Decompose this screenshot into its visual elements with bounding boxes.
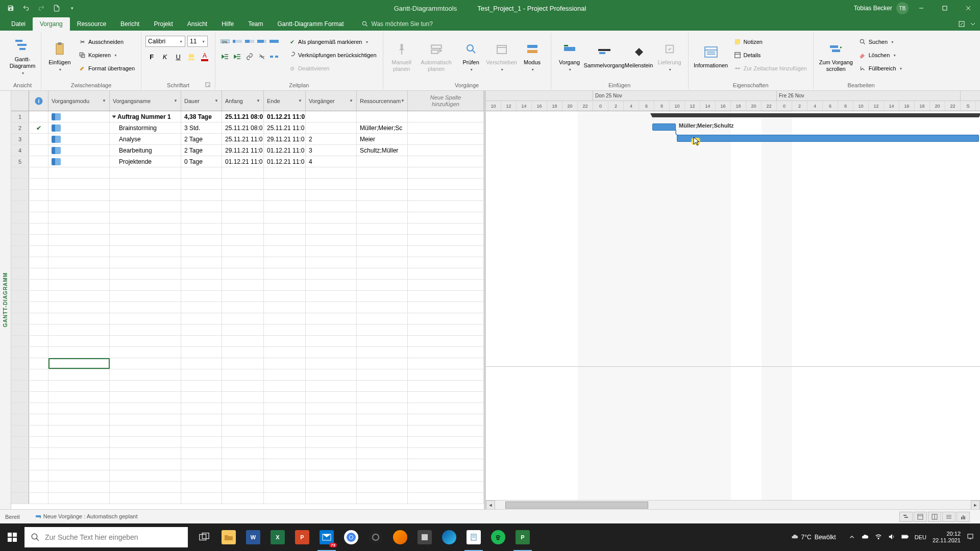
cell-resources[interactable] — [357, 280, 408, 290]
cell-new[interactable] — [408, 392, 484, 403]
fill-button[interactable]: Füllbereich▼ — [856, 62, 905, 74]
cell-predecessors[interactable] — [306, 448, 357, 459]
cell-predecessors[interactable] — [306, 347, 357, 358]
col-rownum[interactable] — [11, 91, 29, 111]
table-row[interactable]: 3Analyse2 Tage25.11.21 11:029.11.21 11:0… — [11, 134, 484, 145]
cell-new[interactable] — [408, 369, 484, 380]
cell-mode[interactable] — [48, 257, 110, 268]
cell-duration[interactable] — [181, 392, 222, 403]
cell-resources[interactable] — [357, 347, 408, 358]
row-number[interactable] — [11, 167, 29, 178]
view-task-usage-icon[interactable] — [914, 512, 927, 522]
excel-icon[interactable]: X — [265, 523, 290, 551]
cell-end[interactable] — [264, 448, 306, 459]
cell-new[interactable] — [408, 437, 484, 447]
cell-start[interactable]: 01.12.21 11:0 — [222, 156, 264, 167]
cell-new[interactable] — [408, 313, 484, 324]
cell-start[interactable] — [222, 482, 264, 492]
cell-new[interactable] — [408, 448, 484, 459]
tab-projekt[interactable]: Projekt — [146, 17, 180, 31]
mark-on-track-button[interactable]: ✔Als plangemäß markieren▼ — [286, 36, 379, 48]
cell-mode[interactable] — [48, 167, 110, 178]
cell-duration[interactable] — [181, 336, 222, 346]
summary-task-button[interactable]: Sammelvorgang — [586, 36, 623, 78]
cell-predecessors[interactable]: 2 — [306, 134, 357, 144]
cell-duration[interactable] — [181, 414, 222, 425]
cell-resources[interactable]: Müller;Meier;Sc — [357, 122, 408, 133]
col-new[interactable]: Neue Spalte hinzufügen — [408, 91, 484, 111]
cell-info[interactable] — [29, 145, 48, 156]
cell-resources[interactable] — [357, 201, 408, 212]
manually-schedule-button[interactable]: Manuell planen — [387, 36, 416, 78]
cell-info[interactable] — [29, 134, 48, 144]
cell-name[interactable] — [110, 347, 181, 358]
tab-hilfe[interactable]: Hilfe — [214, 17, 241, 31]
cell-resources[interactable] — [357, 470, 408, 481]
cell-resources[interactable] — [357, 167, 408, 178]
row-number[interactable] — [11, 190, 29, 201]
battery-icon[interactable] — [901, 533, 909, 541]
cell-predecessors[interactable] — [306, 212, 357, 223]
col-info[interactable]: i — [29, 91, 48, 111]
tab-gantt-format[interactable]: Gantt-Diagramm Format — [271, 17, 351, 31]
milestone-button[interactable]: Meilenstein — [625, 36, 653, 78]
deliverable-button[interactable]: Lieferung▼ — [655, 36, 684, 78]
cell-predecessors[interactable] — [306, 223, 357, 234]
cell-duration[interactable] — [181, 437, 222, 447]
cell-predecessors[interactable] — [306, 336, 357, 346]
cell-start[interactable] — [222, 369, 264, 380]
table-row[interactable] — [11, 291, 484, 302]
task-button[interactable]: Vorgang▼ — [555, 36, 584, 78]
cell-name[interactable] — [110, 482, 181, 492]
view-gantt-icon[interactable] — [899, 512, 913, 522]
cell-mode[interactable] — [48, 448, 110, 459]
cell-predecessors[interactable] — [306, 280, 357, 290]
clear-button[interactable]: Löschen▼ — [856, 49, 905, 61]
table-row[interactable] — [11, 425, 484, 437]
new-file-icon[interactable] — [51, 3, 62, 14]
row-number[interactable] — [11, 369, 29, 380]
cell-info[interactable]: ✔ — [29, 122, 48, 133]
cell-mode[interactable] — [48, 392, 110, 403]
cell-info[interactable] — [29, 392, 48, 403]
cell-duration[interactable]: 2 Tage — [181, 145, 222, 156]
col-mode[interactable]: Vorgangsmodu▼ — [48, 91, 110, 111]
font-dialog-launcher-icon[interactable] — [205, 82, 211, 88]
cell-predecessors[interactable] — [306, 470, 357, 481]
gantt-summary-bar[interactable] — [652, 113, 979, 117]
cell-duration[interactable] — [181, 324, 222, 335]
cell-resources[interactable] — [357, 223, 408, 234]
cell-predecessors[interactable] — [306, 257, 357, 268]
table-row[interactable] — [11, 268, 484, 280]
cell-start[interactable]: 29.11.21 11:0 — [222, 145, 264, 156]
row-number[interactable] — [11, 302, 29, 313]
ribbon-collapse-icon[interactable] — [970, 21, 976, 29]
cell-info[interactable] — [29, 482, 48, 492]
tab-vorgang[interactable]: Vorgang — [33, 17, 70, 31]
cell-end[interactable] — [264, 358, 306, 369]
cell-resources[interactable] — [357, 324, 408, 335]
gantt-horizontal-scrollbar[interactable]: ◄ ► — [486, 500, 980, 509]
cell-duration[interactable] — [181, 369, 222, 380]
row-number[interactable] — [11, 324, 29, 335]
cell-start[interactable] — [222, 167, 264, 178]
cell-duration[interactable] — [181, 212, 222, 223]
italic-button[interactable]: K — [159, 51, 171, 62]
table-row[interactable] — [11, 482, 484, 493]
font-color-button[interactable]: A — [199, 51, 211, 62]
cell-mode[interactable] — [48, 302, 110, 313]
clock[interactable]: 20:12 22.11.2021 — [933, 531, 961, 544]
cell-mode[interactable] — [48, 414, 110, 425]
cell-info[interactable] — [29, 403, 48, 414]
tab-datei[interactable]: Datei — [4, 17, 33, 31]
user-account[interactable]: Tobias Becker TB — [854, 2, 909, 14]
cell-end[interactable] — [264, 257, 306, 268]
cell-resources[interactable] — [357, 403, 408, 414]
file-explorer-icon[interactable] — [216, 523, 241, 551]
cell-name[interactable] — [110, 179, 181, 189]
row-number[interactable] — [11, 381, 29, 391]
inactivate-button[interactable]: ⊘Deaktivieren — [286, 62, 379, 74]
table-row[interactable] — [11, 257, 484, 268]
cell-new[interactable] — [408, 145, 484, 156]
cell-name[interactable] — [110, 246, 181, 257]
